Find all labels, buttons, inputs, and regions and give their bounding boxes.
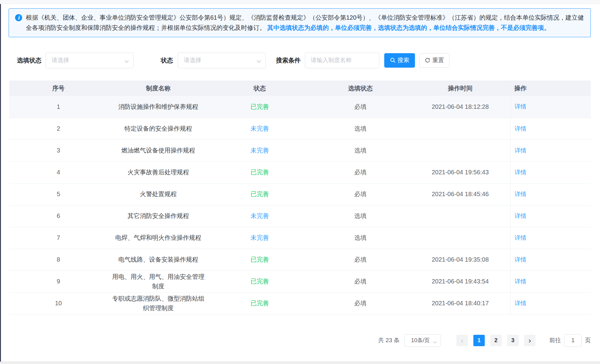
status-text: 未完善 — [251, 125, 269, 132]
search-button[interactable]: 搜索 — [384, 53, 415, 68]
column-header: 制度名称 — [108, 81, 209, 96]
pagination-bar: 共 23 条 10条/页 ‹ 123 › 前往 页 — [9, 334, 591, 347]
cell-fill-status: 必填 — [310, 96, 410, 118]
status-text: 未完善 — [251, 147, 269, 154]
cell-name: 火灾事故善后处理规程 — [108, 161, 209, 183]
status-select[interactable]: 请选择 — [178, 53, 266, 68]
detail-link[interactable]: 详情 — [515, 147, 526, 154]
detail-link[interactable]: 详情 — [515, 191, 526, 197]
institution-name: 用电、用火、用气、用油安全管理制度 — [112, 272, 205, 291]
cell-fill-status: 选填 — [310, 227, 410, 249]
cell-status: 未完善 — [209, 140, 310, 161]
cell-serial: 9 — [9, 271, 108, 292]
column-header: 选填状态 — [310, 81, 410, 96]
column-header-filler — [531, 81, 591, 96]
search-condition-label: 搜索条件 — [276, 56, 301, 65]
status-text: 未完善 — [251, 212, 269, 219]
table-header-row: 序号制度名称状态选填状态操作时间操作 — [9, 81, 591, 96]
chevron-down-icon — [433, 339, 437, 345]
cell-action: 详情 — [510, 292, 531, 314]
column-header: 操作时间 — [410, 81, 510, 96]
goto-label: 前往 — [549, 336, 561, 344]
page-size-value: 10条/页 — [411, 337, 430, 344]
fill-status-label: 选填状态 — [17, 56, 41, 65]
chevron-right-icon: › — [529, 336, 531, 345]
total-count: 共 23 条 — [378, 336, 400, 344]
cell-filler — [531, 227, 591, 249]
cell-serial: 7 — [9, 227, 108, 249]
cell-fill-status: 选填 — [310, 118, 410, 140]
cell-operate-time: 2021-06-04 18:45:46 — [410, 183, 510, 205]
cell-serial: 6 — [9, 205, 108, 227]
table-row: 5火警处置规程已完善必填2021-06-04 18:45:46详情 — [9, 183, 591, 205]
table-body: 1消防设施操作和维护保养规程已完善必填2021-06-04 18:12:28详情… — [9, 96, 591, 314]
detail-link[interactable]: 详情 — [515, 103, 526, 110]
cell-filler — [531, 161, 591, 183]
search-button-label: 搜索 — [398, 56, 409, 64]
cell-name: 特定设备的安全操作规程 — [108, 118, 209, 140]
institution-name: 电气线路、设备安装操作规程 — [112, 255, 205, 264]
detail-link[interactable]: 详情 — [515, 256, 526, 263]
cell-action: 详情 — [510, 271, 531, 292]
fill-status-select[interactable]: 请选择 — [45, 53, 134, 68]
cell-name: 电气线路、设备安装操作规程 — [108, 249, 209, 271]
cell-filler — [531, 96, 591, 118]
prev-page-button[interactable]: ‹ — [456, 335, 468, 346]
detail-link[interactable]: 详情 — [515, 213, 526, 219]
reset-button[interactable]: 重置 — [419, 53, 449, 68]
cell-filler — [531, 205, 591, 227]
cell-action: 详情 — [510, 227, 531, 249]
status-text: 已完善 — [251, 300, 269, 307]
cell-name: 电焊、气焊和明火作业操作规程 — [108, 227, 209, 249]
top-strip — [0, 0, 600, 4]
detail-link[interactable]: 详情 — [515, 235, 526, 241]
detail-link[interactable]: 详情 — [515, 278, 526, 285]
detail-link[interactable]: 详情 — [515, 169, 526, 176]
cell-status: 未完善 — [209, 205, 310, 227]
institution-name: 其它消防安全操作规程 — [112, 211, 205, 221]
institution-name: 燃油燃气设备使用操作规程 — [112, 146, 205, 155]
page-size-select[interactable]: 10条/页 — [405, 334, 441, 347]
info-icon: i — [15, 14, 22, 21]
refresh-icon — [425, 57, 430, 63]
chevron-left-icon: ‹ — [461, 336, 464, 345]
cell-filler — [531, 118, 591, 140]
cell-fill-status: 选填 — [310, 205, 410, 227]
detail-link[interactable]: 详情 — [515, 125, 526, 132]
cell-filler — [531, 183, 591, 205]
goto-suffix: 页 — [585, 336, 591, 344]
page-button-3[interactable]: 3 — [507, 335, 519, 346]
institution-name: 火灾事故善后处理规程 — [112, 168, 205, 177]
institution-name: 火警处置规程 — [112, 189, 205, 199]
pager: 123 — [471, 335, 521, 346]
status-select-placeholder: 请选择 — [184, 56, 201, 64]
institution-name: 电焊、气焊和明火作业操作规程 — [112, 233, 205, 243]
cell-filler — [531, 292, 591, 314]
cell-operate-time — [410, 205, 510, 227]
detail-link[interactable]: 详情 — [515, 300, 526, 307]
cell-fill-status: 选填 — [310, 140, 410, 161]
column-header: 状态 — [209, 81, 310, 96]
institution-name: 消防设施操作和维护保养规程 — [112, 102, 205, 112]
goto-page-input[interactable] — [564, 334, 582, 347]
table-row: 3燃油燃气设备使用操作规程未完善选填详情 — [9, 140, 591, 161]
cell-serial: 1 — [9, 96, 108, 118]
next-page-button[interactable]: › — [524, 335, 535, 346]
cell-serial: 5 — [9, 183, 108, 205]
cell-operate-time: 2021-06-04 19:56:43 — [410, 161, 510, 183]
cell-name: 专职或志愿消防队、微型消防站组织管理制度 — [108, 292, 209, 314]
table-row: 2特定设备的安全操作规程未完善选填详情 — [9, 118, 591, 140]
chevron-down-icon — [256, 59, 261, 64]
page-button-2[interactable]: 2 — [490, 335, 502, 346]
search-input[interactable] — [305, 53, 379, 68]
cell-status: 已完善 — [209, 271, 310, 292]
goto-page: 前往 页 — [549, 334, 591, 347]
cell-serial: 3 — [9, 140, 108, 161]
status-text: 已完善 — [251, 256, 269, 263]
page-content: i 根据《机关、团体、企业、事业单位消防安全管理规定》公安部令第61号）规定、《… — [0, 8, 600, 347]
cell-operate-time: 2021-06-04 19:43:54 — [410, 271, 510, 292]
cell-operate-time — [410, 118, 510, 140]
cell-serial: 2 — [9, 118, 108, 140]
page-button-1[interactable]: 1 — [473, 335, 485, 346]
cell-status: 已完善 — [209, 183, 310, 205]
